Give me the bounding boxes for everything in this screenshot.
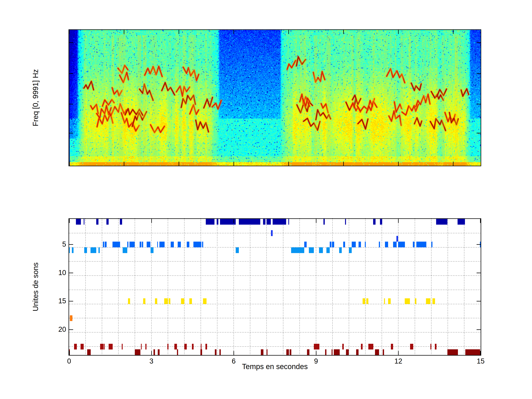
spectrogram-x-tick bbox=[69, 30, 70, 34]
raster-x-tick bbox=[151, 219, 152, 223]
event-bar bbox=[349, 247, 352, 253]
spectrogram-image bbox=[69, 30, 481, 166]
event-bar bbox=[332, 349, 332, 355]
spectrogram-x-tick bbox=[234, 162, 234, 166]
event-bar bbox=[128, 298, 130, 304]
event-bar bbox=[291, 247, 304, 253]
raster-plot-area bbox=[69, 218, 481, 356]
event-bar bbox=[109, 344, 113, 349]
spectrogram-x-tick bbox=[234, 30, 234, 34]
event-bar bbox=[200, 349, 202, 355]
spectrogram-y-tick bbox=[477, 133, 481, 133]
raster-x-tick bbox=[234, 219, 234, 223]
spectrogram-x-tick bbox=[179, 162, 179, 166]
raster-y-tick-label: 20 bbox=[50, 325, 66, 333]
event-bar bbox=[359, 242, 361, 247]
raster-x-tick-label: 0 bbox=[67, 357, 71, 365]
event-bar bbox=[416, 242, 426, 247]
spectrogram-y-tick bbox=[69, 42, 73, 43]
event-bar bbox=[184, 344, 187, 349]
event-bar bbox=[368, 344, 373, 349]
event-bar bbox=[288, 219, 289, 225]
spectrogram-x-tick bbox=[124, 30, 124, 34]
raster-grid-line-vertical bbox=[135, 219, 135, 355]
event-bar bbox=[314, 344, 319, 349]
event-bar bbox=[169, 298, 170, 304]
event-bar bbox=[457, 219, 465, 225]
event-bar bbox=[375, 349, 379, 355]
spectrogram-x-tick bbox=[453, 30, 454, 34]
raster-grid-line-horizontal bbox=[69, 290, 481, 290]
event-bar bbox=[135, 349, 140, 355]
event-bar bbox=[193, 242, 201, 247]
event-bar bbox=[219, 349, 221, 355]
raster-x-tick-label: 15 bbox=[477, 357, 485, 365]
spectrogram-plot-area bbox=[69, 29, 481, 166]
event-bar bbox=[391, 344, 393, 349]
event-bar bbox=[410, 344, 413, 349]
raster-x-tick-label: 9 bbox=[314, 357, 318, 365]
event-bar bbox=[343, 242, 345, 247]
event-bar bbox=[304, 242, 307, 247]
event-bar bbox=[69, 247, 70, 253]
raster-x-tick bbox=[480, 219, 481, 223]
spectrogram-y-tick bbox=[69, 73, 73, 74]
event-bar bbox=[239, 219, 260, 225]
raster-grid-line-vertical bbox=[168, 219, 168, 355]
event-bar bbox=[217, 219, 218, 225]
raster-x-tick bbox=[398, 351, 399, 355]
event-bar bbox=[385, 242, 388, 247]
raster-grid-line-horizontal bbox=[69, 304, 481, 304]
raster-grid-line-vertical bbox=[102, 219, 102, 355]
event-bar bbox=[84, 219, 84, 225]
event-bar bbox=[192, 344, 194, 349]
event-bar bbox=[205, 344, 207, 349]
raster-y-tick-label: 5 bbox=[50, 240, 66, 248]
raster-x-tick bbox=[316, 219, 317, 223]
raster-y-tick bbox=[477, 329, 481, 330]
event-bar bbox=[465, 349, 480, 355]
event-bar bbox=[187, 242, 189, 247]
spectrogram-y-tick bbox=[477, 104, 481, 104]
event-bar bbox=[70, 315, 72, 321]
event-bar bbox=[174, 344, 177, 349]
raster-y-tick bbox=[477, 244, 481, 245]
event-bar bbox=[120, 219, 122, 225]
raster-y-tick bbox=[69, 244, 73, 245]
raster-grid-line-horizontal bbox=[69, 346, 481, 347]
event-bar bbox=[290, 349, 291, 355]
event-bar bbox=[113, 242, 120, 247]
event-bar bbox=[178, 242, 181, 247]
spectrogram-x-tick bbox=[288, 30, 289, 34]
event-bar bbox=[356, 349, 359, 355]
event-bar bbox=[106, 219, 109, 225]
event-bar bbox=[365, 242, 366, 247]
raster-y-axis-label: Unites de sons bbox=[32, 262, 40, 311]
event-bar bbox=[202, 242, 203, 247]
event-bar bbox=[432, 298, 435, 304]
event-bar bbox=[323, 219, 325, 225]
raster-grid-line-vertical bbox=[250, 219, 250, 355]
raster-grid-line-horizontal bbox=[69, 261, 481, 262]
raster-x-tick bbox=[480, 351, 481, 355]
event-bar bbox=[129, 242, 135, 247]
event-bar bbox=[84, 247, 87, 253]
event-bar bbox=[181, 298, 184, 304]
raster-y-tick bbox=[69, 301, 73, 301]
raster-y-tick bbox=[69, 273, 73, 273]
event-bar bbox=[215, 349, 216, 355]
raster-grid-line-vertical bbox=[415, 219, 415, 355]
raster-grid-line-vertical bbox=[201, 219, 201, 355]
event-bar bbox=[147, 242, 150, 247]
event-bar bbox=[436, 219, 447, 225]
raster-grid-line-horizontal bbox=[69, 275, 481, 276]
raster-grid-line-vertical bbox=[349, 219, 349, 355]
event-bar bbox=[271, 230, 273, 236]
matlab-figure: Freq [0, 9991] Hz Unites de sons Temps e… bbox=[0, 0, 532, 399]
event-bar bbox=[309, 247, 314, 253]
raster-x-tick bbox=[151, 351, 152, 355]
event-bar bbox=[380, 219, 382, 225]
event-bar bbox=[157, 242, 158, 247]
event-bar bbox=[393, 242, 397, 247]
event-bar bbox=[127, 242, 128, 247]
